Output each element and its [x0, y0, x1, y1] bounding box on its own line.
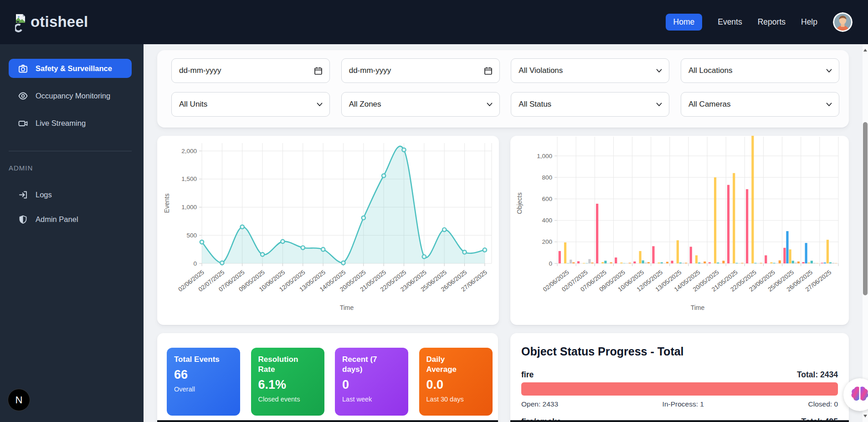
chevron-down-icon	[487, 103, 493, 107]
select-all-violations[interactable]: All Violations	[511, 58, 669, 83]
scrollbar-down-arrow[interactable]	[863, 414, 868, 418]
select-value: All Zones	[349, 100, 381, 109]
chevron-down-icon	[826, 69, 832, 73]
select-value: All Cameras	[688, 100, 731, 109]
select-all-zones[interactable]: All Zones	[341, 92, 500, 117]
date-input-from[interactable]: dd-mm-yyyy	[171, 58, 330, 83]
object-status-card: Object Status Progress - Total fire Tota…	[510, 333, 849, 422]
calendar-icon	[484, 67, 493, 75]
date-input-to[interactable]: dd-mm-yyyy	[341, 58, 500, 83]
svg-text:200: 200	[542, 238, 552, 245]
chevron-down-icon	[656, 103, 662, 107]
object-status-row-fire: fire Total: 2434 Open: 2433 In-Process: …	[521, 370, 838, 408]
sidebar-item-live-streaming[interactable]: Live Streaming	[9, 113, 132, 133]
eye-icon	[18, 91, 28, 101]
objects-bar-chart: 02004006008001,00002/06/202502/07/202507…	[510, 136, 849, 325]
nav-item-reports[interactable]: Reports	[758, 17, 786, 27]
svg-text:Events: Events	[163, 194, 170, 213]
page-scrollbar[interactable]	[863, 44, 868, 422]
stat-subtitle: Closed events	[258, 396, 317, 403]
scrollbar-thumb[interactable]	[863, 122, 868, 295]
chevron-down-icon	[656, 69, 662, 73]
svg-text:400: 400	[542, 217, 552, 224]
nav-item-help[interactable]: Help	[801, 17, 817, 27]
stat-value: 6.1%	[258, 378, 317, 392]
stat-tile-resolution-rate: Resolution Rate 6.1% Closed events	[251, 348, 324, 416]
sidebar-item-occupancy-monitoring[interactable]: Occupancy Monitoring	[9, 86, 132, 105]
svg-text:1,500: 1,500	[181, 175, 197, 182]
svg-text:800: 800	[542, 174, 552, 181]
chevron-down-icon	[317, 103, 323, 107]
sidebar-item-label: Admin Panel	[36, 215, 78, 224]
object-open: Open: 2433	[521, 400, 558, 408]
nav-item-home[interactable]: Home	[666, 14, 703, 31]
filters-card: dd-mm-yyyydd-mm-yyyyAll ViolationsAll Lo…	[157, 50, 849, 128]
select-all-locations[interactable]: All Locations	[681, 58, 839, 83]
shield-icon	[18, 215, 28, 224]
viewport-cut-edge-right	[510, 420, 849, 422]
select-value: All Units	[179, 100, 207, 109]
sidebar-item-label: Logs	[36, 190, 52, 199]
sidebar-item-safety-surveillance[interactable]: Safety & Surveillance	[9, 59, 132, 78]
scrollbar-up-arrow[interactable]	[863, 48, 868, 52]
sidebar-item-logs[interactable]: Logs	[9, 185, 132, 204]
objects-bar-chart-card: 02004006008001,00002/06/202502/07/202507…	[510, 136, 849, 325]
svg-text:1,000: 1,000	[537, 153, 552, 160]
select-all-units[interactable]: All Units	[171, 92, 330, 117]
object-inprocess: In-Process: 1	[663, 400, 704, 408]
camera-icon	[18, 64, 28, 73]
viewport-cut-edge-left	[157, 420, 498, 422]
sidebar: Safety & SurveillanceOccupancy Monitorin…	[0, 44, 144, 422]
svg-text:2,000: 2,000	[181, 148, 197, 154]
svg-text:Time: Time	[691, 304, 705, 311]
stat-value: 0.0	[426, 378, 485, 392]
stat-tile-total-events: Total Events 66 Overall	[167, 348, 240, 416]
broken-image-icon	[15, 13, 26, 34]
object-progress-bar	[521, 382, 838, 396]
svg-text:1,000: 1,000	[181, 204, 197, 211]
date-placeholder: dd-mm-yyyy	[179, 66, 221, 75]
object-closed: Closed: 0	[808, 400, 838, 408]
select-value: All Violations	[519, 66, 563, 75]
stat-value: 0	[342, 378, 401, 392]
summary-stats-card: Total Events 66 OverallResolution Rate 6…	[157, 333, 498, 422]
stat-subtitle: Overall	[174, 386, 233, 393]
user-avatar[interactable]	[833, 12, 853, 32]
sidebar-item-label: Live Streaming	[36, 119, 86, 128]
select-value: All Status	[519, 100, 551, 109]
stat-title: Daily Average	[426, 355, 477, 375]
stat-title: Total Events	[174, 355, 224, 365]
chevron-down-icon	[826, 103, 832, 107]
nextjs-dev-badge[interactable]: N	[8, 389, 30, 411]
brand-name: otisheel	[31, 13, 88, 31]
sidebar-divider	[9, 151, 132, 151]
sidebar-item-admin-panel[interactable]: Admin Panel	[9, 210, 132, 229]
object-total: Total: 2434	[797, 370, 838, 380]
calendar-icon	[314, 67, 323, 75]
date-placeholder: dd-mm-yyyy	[349, 66, 391, 75]
svg-text:Objects: Objects	[516, 192, 523, 214]
select-all-cameras[interactable]: All Cameras	[681, 92, 839, 117]
sidebar-item-label: Safety & Surveillance	[36, 64, 112, 73]
stat-tile-recent-7-days-: Recent (7 days) 0 Last week	[335, 348, 408, 416]
object-status-title: Object Status Progress - Total	[521, 345, 838, 358]
stat-title: Recent (7 days)	[342, 355, 392, 375]
object-label: fire	[521, 370, 534, 380]
login-arrow-icon	[18, 190, 28, 200]
nav-item-events[interactable]: Events	[718, 17, 742, 27]
events-line-chart-card: 05001,0001,5002,00002/06/202502/07/20250…	[157, 136, 499, 325]
stat-subtitle: Last 30 days	[426, 396, 485, 403]
select-value: All Locations	[688, 66, 732, 75]
stat-subtitle: Last week	[342, 396, 401, 403]
stat-value: 66	[174, 368, 233, 382]
svg-text:0: 0	[193, 260, 197, 267]
svg-text:600: 600	[542, 196, 552, 202]
top-navbar: otisheel HomeEventsReportsHelp	[0, 0, 868, 44]
select-all-status[interactable]: All Status	[511, 92, 669, 117]
stat-tile-daily-average: Daily Average 0.0 Last 30 days	[419, 348, 493, 416]
video-camera-icon	[18, 118, 28, 128]
sidebar-section-admin: ADMIN	[9, 164, 33, 172]
events-line-chart: 05001,0001,5002,00002/06/202502/07/20250…	[157, 136, 499, 325]
svg-text:500: 500	[186, 232, 197, 239]
svg-text:Time: Time	[340, 304, 354, 311]
